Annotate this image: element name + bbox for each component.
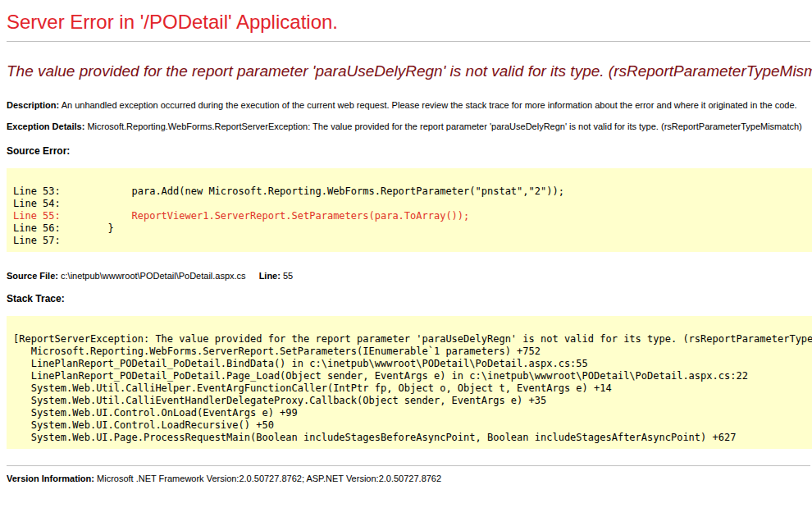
stack-trace-text: [ReportServerException: The value provid… [13,333,812,443]
stack-trace-block: [ReportServerException: The value provid… [7,316,812,449]
exception-details-text: Microsoft.Reporting.WebForms.ReportServe… [84,121,801,131]
version-label: Version Information: [7,474,94,483]
line-label: Line: [259,271,281,281]
source-lines-after: Line 56: } Line 57: [13,222,114,246]
description-text: An unhandled exception occurred during t… [59,100,796,110]
title-divider [7,41,810,42]
line-number: 55 [281,271,293,281]
version-text: Microsoft .NET Framework Version:2.0.507… [94,474,441,483]
error-subtitle: The value provided for the report parame… [7,62,812,81]
source-line-highlight: Line 55: ReportViewer1.ServerReport.SetP… [13,210,469,222]
description-row: Description: An unhandled exception occu… [7,99,812,111]
error-page: Server Error in '/PODetail' Application.… [0,0,812,508]
source-error-block: Line 53: para.Add(new Microsoft.Reportin… [7,168,812,252]
footer-divider [7,465,810,466]
exception-details-label: Exception Details: [7,121,84,131]
version-row: Version Information: Microsoft .NET Fram… [7,473,812,484]
source-error-label: Source Error: [7,145,812,157]
source-lines-before: Line 53: para.Add(new Microsoft.Reportin… [13,185,564,209]
stack-trace-label: Stack Trace: [7,293,812,304]
page-title: Server Error in '/PODetail' Application. [7,10,812,34]
description-label: Description: [7,100,59,110]
source-file-path: c:\inetpub\wwwroot\PODetail\PoDetail.asp… [58,271,246,281]
source-file-label: Source File: [7,271,58,281]
exception-details-row: Exception Details: Microsoft.Reporting.W… [7,121,812,132]
source-file-row: Source File: c:\inetpub\wwwroot\PODetail… [7,270,812,281]
